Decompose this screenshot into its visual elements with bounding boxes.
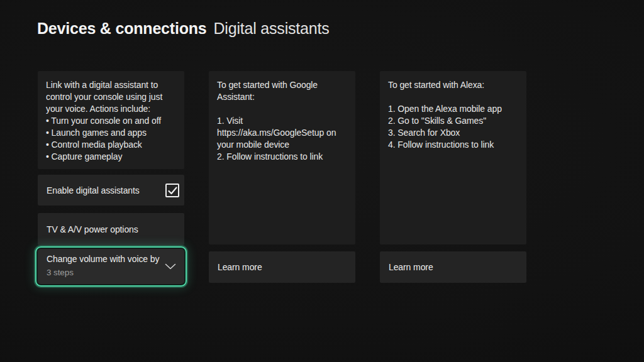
change-volume-dropdown-label: Change volume with voice by: [47, 254, 159, 264]
alexa-instructions-text: To get started with Alexa: 1. Open the A…: [380, 71, 526, 158]
change-volume-dropdown-value: 3 steps: [47, 268, 74, 277]
enable-digital-assistants-toggle[interactable]: Enable digital assistants: [38, 175, 184, 206]
google-learn-more-button[interactable]: Learn more: [209, 251, 355, 283]
enable-digital-assistants-label: Enable digital assistants: [47, 185, 140, 195]
chevron-down-icon: [165, 261, 176, 272]
tv-av-power-options-button[interactable]: TV & A/V power options: [38, 213, 184, 245]
digital-assistants-settings-screen: Devices & connections Digital assistants…: [0, 0, 644, 362]
page-title: Digital assistants: [214, 19, 330, 38]
tv-av-power-options-label: TV & A/V power options: [47, 224, 138, 234]
page-header: Devices & connections Digital assistants: [37, 19, 330, 38]
assistant-intro-panel: Link with a digital assistant to control…: [38, 71, 184, 169]
google-learn-more-label: Learn more: [218, 262, 262, 272]
checkbox-checked-icon: [165, 184, 179, 197]
alexa-instructions-panel: To get started with Alexa: 1. Open the A…: [380, 71, 526, 244]
change-volume-with-voice-dropdown[interactable]: Change volume with voice by 3 steps: [38, 249, 184, 284]
assistant-intro-text: Link with a digital assistant to control…: [38, 71, 184, 170]
alexa-learn-more-button[interactable]: Learn more: [380, 251, 526, 283]
breadcrumb-section-title: Devices & connections: [37, 19, 207, 38]
alexa-learn-more-label: Learn more: [389, 262, 433, 272]
google-instructions-text: To get started with Google Assistant: 1.…: [209, 71, 355, 170]
google-instructions-panel: To get started with Google Assistant: 1.…: [209, 71, 355, 244]
